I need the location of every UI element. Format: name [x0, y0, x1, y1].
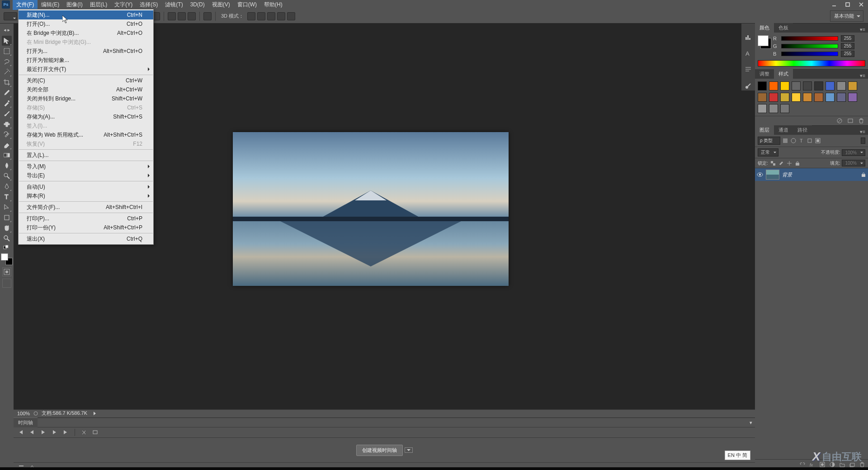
timeline-collapse-icon[interactable]: ▾: [747, 420, 755, 426]
style-swatch[interactable]: [780, 104, 789, 113]
style-swatch[interactable]: [848, 93, 857, 102]
fill-input[interactable]: 100%: [842, 160, 865, 166]
lock-all-icon[interactable]: [794, 160, 801, 166]
layers-panel-menu[interactable]: ▾≡: [857, 129, 868, 135]
layer-filter-kind[interactable]: ρ 类型: [758, 137, 780, 145]
menu-3d[interactable]: 3D(D): [187, 0, 208, 9]
gradient-tool[interactable]: [2, 150, 12, 160]
filter-adjust-icon[interactable]: [790, 138, 797, 144]
default-colors-icon[interactable]: [2, 244, 12, 250]
file-menu-item[interactable]: 在 Bridge 中浏览(B)...Alt+Ctrl+O: [19, 28, 153, 38]
style-swatch[interactable]: [780, 81, 789, 90]
tool-preset-picker[interactable]: [4, 12, 17, 20]
expand-handle[interactable]: [2, 25, 12, 35]
status-menu-arrow[interactable]: [94, 412, 96, 415]
new-style-icon[interactable]: [847, 118, 854, 124]
style-swatch[interactable]: [826, 93, 835, 102]
close-button[interactable]: [854, 0, 868, 9]
file-menu-item[interactable]: 自动(U): [19, 182, 153, 191]
document-canvas[interactable]: [233, 132, 509, 286]
layer-thumbnail[interactable]: [766, 170, 779, 180]
foreground-color[interactable]: [1, 253, 8, 261]
3d-mode-slide[interactable]: [277, 12, 285, 20]
layers-tab[interactable]: 图层: [755, 125, 774, 135]
menu-layer[interactable]: 图层(L): [86, 0, 111, 10]
lock-transparency-icon[interactable]: [770, 160, 776, 166]
file-menu-item[interactable]: 打开为...Alt+Shift+Ctrl+O: [19, 47, 153, 56]
style-swatch[interactable]: [814, 81, 823, 90]
3d-mode-pan[interactable]: [267, 12, 275, 20]
style-swatch[interactable]: [826, 81, 835, 90]
filter-toggle[interactable]: [861, 138, 865, 144]
file-menu-item[interactable]: 存储为(A)...Shift+Ctrl+S: [19, 112, 153, 121]
filter-shape-icon[interactable]: [807, 138, 813, 144]
healing-brush-tool[interactable]: [2, 98, 12, 108]
style-swatch[interactable]: [792, 93, 801, 102]
file-menu-item[interactable]: 退出(X)Ctrl+Q: [19, 234, 153, 243]
move-tool[interactable]: [2, 36, 12, 46]
r-slider[interactable]: [781, 36, 838, 41]
layer-row-background[interactable]: 背景: [755, 168, 868, 181]
dodge-tool[interactable]: [2, 171, 12, 181]
color-fg-swatch[interactable]: [758, 35, 769, 46]
file-menu-item[interactable]: 关闭(C)Ctrl+W: [19, 76, 153, 85]
style-swatch[interactable]: [837, 81, 846, 90]
screen-mode-toggle[interactable]: [2, 279, 11, 288]
file-menu-item[interactable]: 新建(N)...Ctrl+N: [19, 10, 153, 19]
style-swatch[interactable]: [803, 93, 812, 102]
file-menu-item[interactable]: 导入(M): [19, 162, 153, 171]
brush-panel-icon[interactable]: [744, 81, 753, 90]
color-panel-menu[interactable]: ▾≡: [857, 27, 868, 33]
goto-first-frame-button[interactable]: [18, 430, 23, 436]
magic-wand-tool[interactable]: [2, 67, 12, 77]
minimize-button[interactable]: [827, 0, 841, 9]
marquee-tool[interactable]: [2, 46, 12, 56]
styles-panel-menu[interactable]: ▾≡: [857, 73, 868, 79]
hand-tool[interactable]: [2, 223, 12, 233]
r-value[interactable]: 255: [841, 35, 854, 42]
histogram-panel-icon[interactable]: [744, 33, 753, 42]
blur-tool[interactable]: [2, 161, 12, 171]
file-menu-item[interactable]: 脚本(R): [19, 191, 153, 200]
menu-help[interactable]: 帮助(H): [260, 0, 286, 10]
crop-tool[interactable]: [2, 77, 12, 87]
menu-filter[interactable]: 滤镜(T): [161, 0, 186, 10]
brush-tool[interactable]: [2, 109, 12, 119]
color-tab[interactable]: 颜色: [755, 23, 774, 33]
goto-last-frame-button[interactable]: [63, 430, 68, 436]
lock-paint-icon[interactable]: [778, 160, 784, 166]
type-tool[interactable]: T: [2, 192, 12, 202]
style-swatch[interactable]: [814, 93, 823, 102]
file-menu-item[interactable]: 打印(P)...Ctrl+P: [19, 214, 153, 223]
style-swatch[interactable]: [837, 93, 846, 102]
3d-mode-zoom[interactable]: [287, 12, 295, 20]
color-spectrum[interactable]: [758, 60, 865, 66]
b-value[interactable]: 255: [841, 51, 854, 57]
menu-window[interactable]: 窗口(W): [234, 0, 260, 10]
style-swatch[interactable]: [758, 104, 767, 113]
eraser-tool[interactable]: [2, 140, 12, 150]
style-swatch[interactable]: [769, 93, 778, 102]
menu-select[interactable]: 选择(S): [136, 0, 161, 10]
3d-mode-roll[interactable]: [257, 12, 265, 20]
timeline-type-dropdown[interactable]: [405, 447, 413, 453]
eyedropper-tool[interactable]: [2, 88, 12, 98]
swatches-tab[interactable]: 色板: [774, 23, 793, 33]
spacing-opt-2[interactable]: [178, 12, 186, 20]
b-slider[interactable]: [781, 52, 838, 56]
style-swatch[interactable]: [780, 93, 789, 102]
next-frame-button[interactable]: [52, 430, 57, 436]
menu-type[interactable]: 文字(Y): [111, 0, 136, 10]
zoom-tool[interactable]: [2, 233, 12, 243]
color-swatches[interactable]: [1, 253, 13, 265]
document-info[interactable]: 文档:586.7 K/586.7K: [42, 410, 87, 417]
pen-tool[interactable]: [2, 181, 12, 191]
file-menu-item[interactable]: 打开为智能对象...: [19, 56, 153, 65]
prev-frame-button[interactable]: [29, 430, 34, 436]
maximize-button[interactable]: [841, 0, 854, 9]
play-button[interactable]: [41, 430, 46, 436]
menu-view[interactable]: 视图(V): [208, 0, 234, 10]
paragraph-panel-icon[interactable]: [744, 65, 753, 74]
link-layers-icon[interactable]: [799, 461, 806, 468]
lock-position-icon[interactable]: [786, 160, 793, 166]
